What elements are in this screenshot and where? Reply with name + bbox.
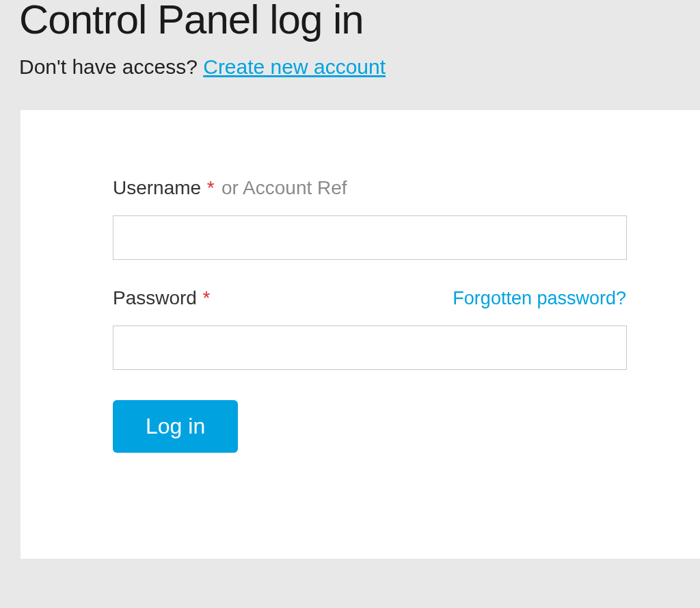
password-label-row: Password * Forgotten password? [113,287,626,309]
required-star-icon: * [202,287,210,308]
forgot-password-link[interactable]: Forgotten password? [453,288,626,309]
username-hint: or Account Ref [221,177,347,198]
username-label: Username [113,177,201,198]
login-button[interactable]: Log in [113,400,238,453]
password-input[interactable] [113,326,627,370]
username-label-row: Username * or Account Ref [113,177,626,199]
page-title: Control Panel log in [19,0,700,43]
login-card: Username * or Account Ref Password * For… [21,110,700,559]
username-input[interactable] [113,215,627,260]
page-header: Control Panel log in Don't have access? … [0,0,700,79]
create-account-link[interactable]: Create new account [203,55,386,78]
password-field-block: Password * Forgotten password? [113,287,626,370]
subtitle-row: Don't have access? Create new account [19,55,700,79]
username-field-block: Username * or Account Ref [113,177,626,260]
password-label: Password [113,287,197,308]
subtitle-prefix: Don't have access? [19,55,203,78]
required-star-icon: * [207,177,215,198]
